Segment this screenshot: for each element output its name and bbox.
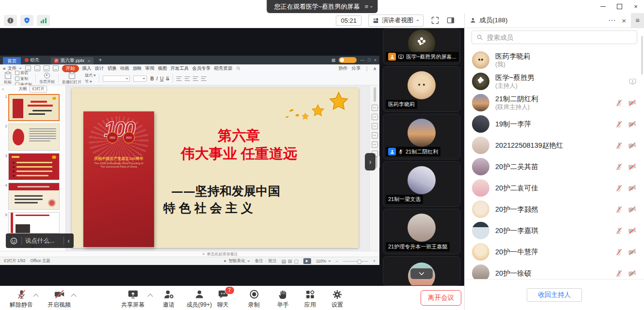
maximize-button[interactable] <box>611 0 628 13</box>
notes-toggle[interactable]: 备注 <box>255 258 263 264</box>
font-size-select[interactable] <box>133 76 147 82</box>
wps-side-icon[interactable] <box>372 123 378 129</box>
outline-tab[interactable]: 大纲 <box>18 86 27 92</box>
play-from-current-button[interactable]: 当页开始 <box>39 73 55 84</box>
menu-item-design[interactable]: 设计 <box>95 65 104 72</box>
smiley-icon[interactable] <box>10 237 18 245</box>
slide-thumbnail-3[interactable]: 3 <box>1 153 63 180</box>
leave-meeting-button[interactable]: 离开会议 <box>421 290 461 306</box>
security-button[interactable] <box>20 15 33 26</box>
member-row[interactable]: 21制二阴红利 (联席主持人) <box>465 92 644 113</box>
member-row[interactable]: 202122508139赵艳红 <box>465 135 644 156</box>
slide-thumbnail-5[interactable]: 5 <box>1 212 63 233</box>
member-row[interactable]: 医学~蔡胜男 (主持人) <box>465 71 644 92</box>
wps-side-icon[interactable] <box>372 114 378 120</box>
reclaim-host-button[interactable]: 收回主持人 <box>527 288 582 302</box>
menu-item-slideshow[interactable]: 放映 <box>133 65 142 72</box>
close-tab-icon[interactable]: × <box>88 59 90 63</box>
scrollbar[interactable] <box>641 36 643 75</box>
resize-grip[interactable] <box>377 156 380 168</box>
zoom-level[interactable]: 110% <box>316 259 331 264</box>
network-status-button[interactable] <box>37 15 50 26</box>
beautify-button[interactable]: ✦ 智能美化 <box>223 258 250 264</box>
start-video-button[interactable]: 开启视频 <box>41 289 78 309</box>
menu-share[interactable]: 分享 <box>352 65 361 72</box>
member-row[interactable]: 20护二袁可佳 <box>465 177 644 199</box>
search-input[interactable] <box>486 33 632 42</box>
menu-item-animation[interactable]: 动画 <box>120 65 129 72</box>
settings-button[interactable]: 设置 <box>324 289 351 309</box>
slide-thumbnail-4[interactable]: 4 <box>1 183 63 210</box>
zoom-out-button[interactable]: − <box>336 259 338 264</box>
underline-button[interactable]: U <box>160 76 163 81</box>
redo-icon[interactable] <box>53 65 59 71</box>
share-screen-button[interactable]: 共享屏幕 <box>113 289 152 309</box>
wps-account-pill[interactable] <box>339 57 357 63</box>
member-row[interactable]: 20护一牛慧萍 <box>465 241 644 263</box>
menu-item-view[interactable]: 视图 <box>158 65 167 72</box>
sorter-view-icon[interactable]: ⊞ <box>288 259 292 264</box>
collapse-chat-icon[interactable]: ‹ <box>67 237 70 245</box>
zoom-slider[interactable] <box>343 261 368 262</box>
apps-grid-icon[interactable]: ▦ <box>331 58 336 62</box>
wps-side-icon[interactable] <box>372 132 378 139</box>
menu-item-devtools[interactable]: 开发工具 <box>171 65 189 72</box>
menu-item-insert[interactable]: 插入 <box>82 65 92 72</box>
invite-button[interactable]: 邀请 <box>155 289 182 309</box>
chat-button[interactable]: 7 聊天 <box>209 289 236 309</box>
menu-collab[interactable]: 协作 <box>339 65 348 72</box>
member-row[interactable]: 20护一李嘉琪 <box>465 220 644 241</box>
raise-hand-button[interactable]: 举手 <box>269 289 297 309</box>
print-icon[interactable] <box>34 65 40 71</box>
video-tile[interactable]: 医药李晓莉 <box>383 66 460 112</box>
member-row[interactable]: 20护一徐硕 <box>465 263 644 279</box>
video-tile-sharing[interactable]: 医学~蔡胜男的屏幕... <box>383 28 460 64</box>
bold-button[interactable]: B <box>150 76 154 81</box>
wps-tab-docer[interactable]: 稻壳 <box>21 56 43 64</box>
video-tile[interactable]: 21护理专升本一班王嘉懿 <box>383 209 460 254</box>
slide-thumbnail-1[interactable]: 1 <box>1 94 63 121</box>
reading-view-icon[interactable]: ▢ <box>294 259 298 264</box>
wps-tab-document[interactable]: P 第六章.pptx× <box>51 57 94 64</box>
align-justify-icon[interactable] <box>201 77 206 81</box>
zoom-in-button[interactable]: + <box>373 259 376 264</box>
italic-button[interactable]: I <box>156 76 157 81</box>
member-row[interactable]: 医药李晓莉 (我) <box>465 49 644 71</box>
copy-button[interactable]: 复制 <box>15 76 32 81</box>
collapse-ribbon-icon[interactable]: ∧ <box>373 66 377 71</box>
minimize-button[interactable] <box>595 0 611 13</box>
unmute-button[interactable]: 解除静音 <box>3 289 40 309</box>
apps-button[interactable]: 应用 <box>297 289 324 309</box>
cut-button[interactable]: 剪切 <box>15 70 32 76</box>
section-button[interactable]: 节 ▾ <box>85 79 95 84</box>
align-left-icon[interactable] <box>176 77 182 81</box>
collapse-panel-icon[interactable]: « <box>2 87 4 92</box>
wps-tab-home[interactable]: 首页 <box>3 57 21 64</box>
close-panel-icon[interactable]: × <box>622 16 626 25</box>
more-options-icon[interactable]: ⋯ <box>608 16 616 25</box>
menu-item-member[interactable]: 会员专享 <box>192 65 211 72</box>
wps-side-icon[interactable] <box>372 141 378 148</box>
video-tile[interactable]: 21制二阴红利 <box>383 114 460 159</box>
panel-menu-icon[interactable]: ≡ <box>631 13 644 28</box>
member-search-box[interactable] <box>471 31 637 44</box>
video-tile-partial[interactable] <box>383 256 460 286</box>
member-row[interactable]: 19制一李萍 <box>465 113 644 135</box>
wps-side-icon[interactable] <box>372 105 378 111</box>
normal-view-icon[interactable]: ▤ <box>282 259 286 264</box>
undo-icon[interactable] <box>44 65 49 71</box>
more-vert-icon[interactable]: ⋮ <box>365 66 370 71</box>
layout-button[interactable]: 版式 ▾ <box>85 73 95 78</box>
close-button[interactable]: × <box>628 0 644 13</box>
align-center-icon[interactable] <box>185 77 190 81</box>
watching-banner[interactable]: 您正在观看医学~蔡胜男的屏幕 ≡ <box>267 0 377 13</box>
menu-item-transition[interactable]: 切换 <box>108 65 117 72</box>
quick-chat-placeholder[interactable]: 说点什么... <box>25 237 60 245</box>
slideshow-play-button[interactable] <box>303 258 311 264</box>
member-row[interactable]: 20护二吴其苗 <box>465 156 644 177</box>
wps-minimize-icon[interactable]: — <box>360 58 364 62</box>
align-right-icon[interactable] <box>193 77 198 81</box>
new-slide-button[interactable]: 新建幻灯片 <box>62 72 81 85</box>
view-mode-button[interactable]: 演讲者视图 <box>368 15 424 27</box>
scrollbar[interactable] <box>374 87 376 102</box>
